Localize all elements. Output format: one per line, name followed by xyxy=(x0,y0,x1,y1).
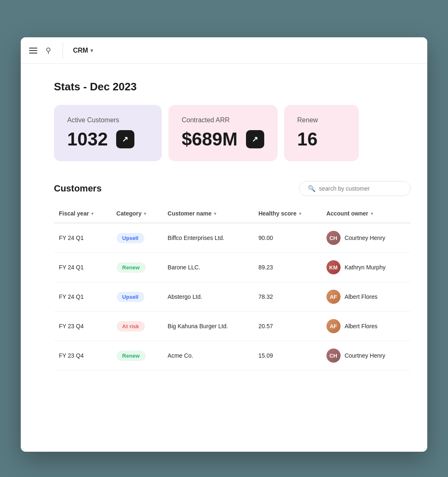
cell-fiscal-year: FY 24 Q1 xyxy=(54,253,112,282)
customers-table: Fiscal year ▾ Category ▾ xyxy=(54,206,411,370)
cell-healthy-score: 89.23 xyxy=(253,253,321,282)
customers-title: Customers xyxy=(54,183,102,194)
category-badge: At risk xyxy=(117,321,145,332)
table-row: FY 24 Q1UpsellBiffco Enterprises Ltd.90.… xyxy=(54,223,411,253)
chevron-down-icon: ▾ xyxy=(214,211,216,216)
chevron-down-icon: ▾ xyxy=(90,48,93,53)
cell-healthy-score: 20.57 xyxy=(253,312,321,341)
topbar-left: ⚲ CRM ▾ xyxy=(29,42,93,59)
owner-cell: AFAlbert Flores xyxy=(326,319,406,333)
category-badge: Renew xyxy=(117,262,146,273)
owner-name: Courtney Henry xyxy=(345,235,385,241)
stats-cards: Active Customers 1032 ↗ Contracted ARR $… xyxy=(54,105,411,161)
cell-customer-name: Barone LLC. xyxy=(163,253,253,282)
col-header-customer-name[interactable]: Customer name ▾ xyxy=(163,206,253,223)
owner-cell: CHCourtney Henry xyxy=(326,349,406,363)
crm-label: CRM xyxy=(73,47,88,54)
cell-fiscal-year: FY 24 Q1 xyxy=(54,282,112,312)
category-badge: Upsell xyxy=(117,292,144,302)
cell-category: Upsell xyxy=(112,282,163,312)
stat-value-active-customers: 1032 ↗ xyxy=(67,129,149,150)
cell-account-owner: KMKathryn Murphy xyxy=(321,253,411,282)
cell-customer-name: Big Kahuna Burger Ltd. xyxy=(163,312,253,341)
cell-healthy-score: 90.00 xyxy=(253,223,321,253)
customer-search-input[interactable] xyxy=(319,185,402,192)
owner-name: Courtney Henry xyxy=(345,352,385,359)
table-row: FY 23 Q4At riskBig Kahuna Burger Ltd.20.… xyxy=(54,312,411,341)
avatar: AF xyxy=(326,290,341,304)
stat-label-contracted-arr: Contracted ARR xyxy=(182,116,264,124)
chevron-down-icon: ▾ xyxy=(144,211,146,216)
col-header-healthy-score[interactable]: Healthy score ▾ xyxy=(253,206,321,223)
cell-account-owner: CHCourtney Henry xyxy=(321,341,411,370)
crm-selector[interactable]: CRM ▾ xyxy=(73,47,93,54)
page-title: Stats - Dec 2023 xyxy=(54,80,411,93)
customers-section: Customers 🔍 Fiscal year ▾ xyxy=(54,181,411,370)
stat-label-renew: Renew xyxy=(297,116,346,124)
avatar: CH xyxy=(326,231,341,245)
stat-card-active-customers: Active Customers 1032 ↗ xyxy=(54,105,162,161)
stat-card-renew: Renew 16 xyxy=(284,105,359,161)
category-badge: Upsell xyxy=(117,233,144,243)
table-row: FY 24 Q1UpsellAbstergo Ltd.78.32AFAlbert… xyxy=(54,282,411,312)
cell-healthy-score: 78.32 xyxy=(253,282,321,312)
owner-cell: AFAlbert Flores xyxy=(326,290,406,304)
chevron-down-icon: ▾ xyxy=(299,211,301,216)
cell-fiscal-year: FY 23 Q4 xyxy=(54,341,112,370)
avatar: KM xyxy=(326,260,341,274)
customer-search-box[interactable]: 🔍 xyxy=(299,181,411,196)
chevron-down-icon: ▾ xyxy=(371,211,373,216)
table-body: FY 24 Q1UpsellBiffco Enterprises Ltd.90.… xyxy=(54,223,411,370)
chevron-down-icon: ▾ xyxy=(91,211,93,216)
cell-fiscal-year: FY 23 Q4 xyxy=(54,312,112,341)
topbar-search-icon[interactable]: ⚲ xyxy=(44,44,53,57)
cell-account-owner: AFAlbert Flores xyxy=(321,312,411,341)
search-box-icon: 🔍 xyxy=(308,185,316,192)
col-header-account-owner[interactable]: Account owner ▾ xyxy=(321,206,411,223)
topbar-divider xyxy=(63,42,63,59)
main-content: Stats - Dec 2023 Active Customers 1032 ↗… xyxy=(21,64,427,387)
stat-card-contracted-arr: Contracted ARR $689M ↗ xyxy=(168,105,278,161)
owner-name: Kathryn Murphy xyxy=(345,264,386,271)
cell-customer-name: Acme Co. xyxy=(163,341,253,370)
stat-value-contracted-arr: $689M ↗ xyxy=(182,129,264,150)
owner-cell: KMKathryn Murphy xyxy=(326,260,406,274)
stat-link-active-customers[interactable]: ↗ xyxy=(116,130,134,148)
hamburger-menu-icon[interactable] xyxy=(29,48,37,53)
table-row: FY 24 Q1RenewBarone LLC.89.23KMKathryn M… xyxy=(54,253,411,282)
owner-name: Albert Flores xyxy=(345,293,377,300)
avatar: AF xyxy=(326,319,341,333)
stat-link-contracted-arr[interactable]: ↗ xyxy=(246,130,264,148)
col-header-fiscal-year[interactable]: Fiscal year ▾ xyxy=(54,206,112,223)
cell-healthy-score: 15.09 xyxy=(253,341,321,370)
avatar: CH xyxy=(326,349,341,363)
stat-value-renew: 16 xyxy=(297,129,346,150)
cell-category: Renew xyxy=(112,341,163,370)
col-header-category[interactable]: Category ▾ xyxy=(112,206,163,223)
cell-category: Renew xyxy=(112,253,163,282)
table-header: Fiscal year ▾ Category ▾ xyxy=(54,206,411,223)
table-row: FY 23 Q4RenewAcme Co.15.09CHCourtney Hen… xyxy=(54,341,411,370)
cell-fiscal-year: FY 24 Q1 xyxy=(54,223,112,253)
category-badge: Renew xyxy=(117,351,146,361)
cell-account-owner: AFAlbert Flores xyxy=(321,282,411,312)
cell-category: Upsell xyxy=(112,223,163,253)
cell-customer-name: Abstergo Ltd. xyxy=(163,282,253,312)
cell-customer-name: Biffco Enterprises Ltd. xyxy=(163,223,253,253)
owner-cell: CHCourtney Henry xyxy=(326,231,406,245)
main-window: ⚲ CRM ▾ Stats - Dec 2023 Active Customer… xyxy=(21,37,427,452)
cell-account-owner: CHCourtney Henry xyxy=(321,223,411,253)
topbar: ⚲ CRM ▾ xyxy=(21,37,427,64)
owner-name: Albert Flores xyxy=(345,323,377,329)
customers-header: Customers 🔍 xyxy=(54,181,411,196)
cell-category: At risk xyxy=(112,312,163,341)
stat-label-active-customers: Active Customers xyxy=(67,116,149,124)
